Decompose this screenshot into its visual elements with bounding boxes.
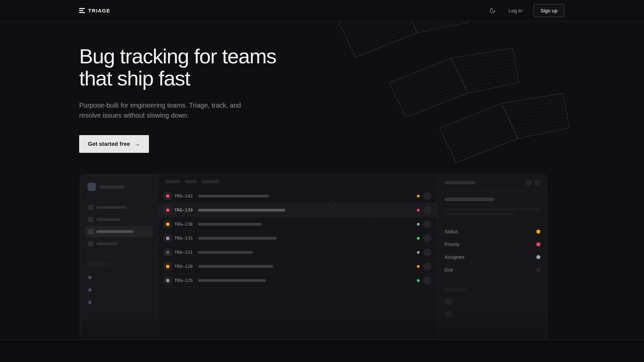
issue-id: TRG–128 — [174, 264, 195, 269]
assignee-avatar[interactable] — [423, 248, 431, 256]
issue-detail-panel: Status Priority Assignee Due — [438, 175, 547, 340]
hero-section: Bug tracking for teams that ship fast Pu… — [0, 21, 644, 340]
divider — [444, 222, 540, 222]
property-field[interactable]: Priority — [444, 238, 540, 251]
nav-item-label-skeleton — [96, 218, 120, 221]
sidebar-nav-item[interactable] — [85, 202, 153, 213]
assignee-avatar[interactable] — [423, 206, 431, 214]
detail-title-skeleton — [444, 181, 476, 184]
sidebar-dot[interactable] — [88, 276, 92, 279]
property-field[interactable]: Assignee — [444, 251, 540, 263]
nav-item-label-skeleton — [96, 242, 118, 245]
panel-action-button[interactable] — [526, 180, 532, 186]
assignee-avatar[interactable] — [423, 234, 431, 242]
assignee-avatar[interactable] — [423, 262, 431, 270]
issue-title-skeleton — [198, 279, 266, 282]
divider — [86, 256, 153, 256]
issue-row[interactable]: TRG–138 — [158, 217, 437, 231]
issue-id: TRG–138 — [174, 222, 195, 227]
comments-label-skeleton — [444, 288, 467, 291]
comment-avatar — [444, 297, 452, 305]
issue-title-skeleton — [198, 251, 253, 254]
issue-id: TRG–125 — [174, 278, 195, 283]
issue-row[interactable]: TRG–125 — [158, 274, 437, 288]
property-label: Priority — [444, 242, 460, 247]
workspace-switcher[interactable] — [80, 183, 158, 191]
moon-icon — [489, 7, 496, 14]
issue-checkbox-icon[interactable] — [164, 192, 171, 200]
issue-row[interactable]: TRG–142 — [158, 189, 437, 203]
get-started-button[interactable]: Get started free → — [79, 135, 149, 153]
status-dot — [417, 195, 420, 197]
description-line-skeleton — [444, 213, 516, 215]
status-dot — [417, 251, 420, 254]
issue-id: TRG–142 — [174, 193, 195, 198]
issue-rows: TRG–142 TRG–139 TRG–138 TRG–135 TRG–131 … — [158, 189, 437, 288]
nav-item-icon — [88, 241, 94, 246]
toolbar-pill-skeleton — [165, 180, 180, 183]
assignee-avatar[interactable] — [423, 277, 431, 285]
assignee-avatar[interactable] — [423, 192, 431, 200]
issue-row[interactable]: TRG–135 — [158, 231, 437, 245]
issue-checkbox-icon[interactable] — [164, 221, 171, 228]
app-mockup: TRG–142 TRG–139 TRG–138 TRG–135 TRG–131 … — [80, 174, 547, 340]
sidebar-dot-list — [80, 276, 158, 304]
nav-item-label-skeleton — [96, 206, 127, 209]
issue-checkbox-icon[interactable] — [164, 235, 171, 242]
issue-checkbox-icon[interactable] — [164, 249, 171, 256]
arrow-right-icon: → — [134, 140, 140, 147]
property-field[interactable]: Due — [444, 263, 540, 276]
issue-row[interactable]: TRG–131 — [158, 245, 437, 259]
issue-title-skeleton — [444, 198, 494, 201]
property-value-dot — [536, 242, 540, 246]
status-dot — [417, 237, 420, 240]
login-link[interactable]: Log in — [508, 8, 522, 13]
issue-title-skeleton — [198, 265, 273, 268]
property-label: Assignee — [444, 254, 465, 260]
sidebar-nav-item[interactable] — [85, 226, 153, 237]
property-label: Status — [444, 229, 458, 234]
hero-title-line2: that ship fast — [79, 67, 644, 89]
comment-avatar — [444, 311, 452, 319]
sidebar-section-label-skeleton — [88, 261, 158, 267]
property-fields: Status Priority Assignee Due — [444, 225, 540, 276]
divider — [444, 283, 540, 283]
status-dot — [417, 265, 420, 268]
issue-title-skeleton — [198, 195, 269, 197]
sidebar-dot[interactable] — [88, 288, 92, 292]
issue-list-toolbar — [158, 175, 437, 189]
nav-item-icon — [88, 217, 94, 222]
issue-checkbox-icon[interactable] — [164, 263, 171, 270]
issue-checkbox-icon[interactable] — [164, 277, 171, 284]
issue-id: TRG–139 — [174, 207, 195, 213]
status-dot — [417, 209, 420, 212]
issue-row[interactable]: TRG–139 — [158, 203, 437, 217]
hero-subtitle: Purpose-built for engineering teams. Tri… — [79, 100, 644, 120]
status-dot — [417, 279, 420, 282]
mockup-sidebar — [80, 175, 158, 340]
workspace-name-skeleton — [99, 185, 124, 189]
property-value-dot — [536, 230, 540, 234]
panel-action-button[interactable] — [534, 180, 540, 186]
status-dot — [417, 223, 420, 226]
issue-checkbox-icon[interactable] — [164, 206, 171, 214]
sidebar-nav-item[interactable] — [85, 214, 153, 225]
workspace-avatar — [88, 183, 96, 191]
sidebar-dot[interactable] — [88, 301, 92, 304]
brand[interactable]: TRIAGE — [79, 8, 110, 13]
issue-list: TRG–142 TRG–139 TRG–138 TRG–135 TRG–131 … — [158, 175, 438, 340]
nav-item-icon — [88, 205, 94, 210]
description-line-skeleton — [444, 208, 540, 210]
footer-band — [0, 340, 644, 362]
signup-button[interactable]: Sign up — [534, 4, 564, 17]
assignee-avatar[interactable] — [423, 220, 431, 228]
nav-item-icon — [88, 229, 94, 234]
property-field[interactable]: Status — [444, 225, 540, 238]
property-label: Due — [444, 267, 453, 273]
theme-toggle-button[interactable] — [488, 6, 497, 15]
brand-name: TRIAGE — [88, 8, 110, 13]
sidebar-nav-item[interactable] — [85, 238, 153, 249]
issue-row[interactable]: TRG–128 — [158, 259, 437, 274]
issue-title-skeleton — [198, 223, 262, 226]
property-value-dot — [536, 268, 540, 272]
